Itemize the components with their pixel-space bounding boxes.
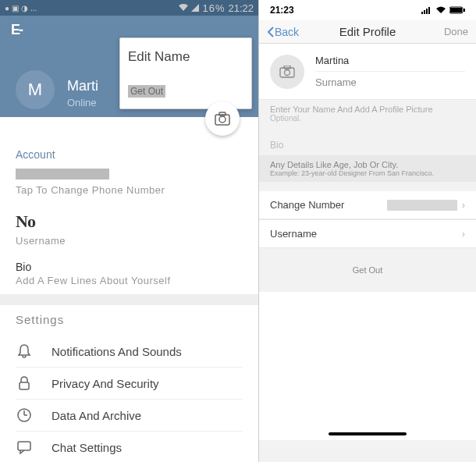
edit-name-menu-item[interactable]: Edit Name (128, 49, 243, 65)
username-row[interactable]: Username › (259, 219, 476, 248)
page-title: Edit Profile (339, 25, 396, 38)
telegram-icon: ◑ (21, 4, 28, 12)
username-label: Username (16, 235, 243, 247)
battery-icon (449, 6, 465, 14)
account-section: Account Tap To Change Phone Number No Us… (0, 117, 258, 294)
avatar[interactable]: M (16, 70, 55, 109)
wifi-icon (179, 4, 188, 12)
photo-button[interactable] (270, 55, 304, 89)
chevron-right-icon: › (462, 228, 465, 240)
chevron-right-icon: › (462, 199, 465, 211)
clock: 21:22 (228, 2, 254, 14)
name-hint: Enter Your Name And Add A Profile Pictur… (259, 100, 476, 127)
phone-number-redacted[interactable] (16, 169, 109, 179)
svg-rect-12 (464, 9, 465, 12)
settings-label: Privacy And Security (52, 377, 159, 390)
svg-rect-5 (18, 442, 30, 450)
signal-icon (421, 6, 432, 14)
clock: 21:23 (270, 5, 294, 16)
svg-rect-2 (219, 112, 226, 116)
svg-rect-6 (421, 12, 423, 14)
bell-icon (16, 343, 33, 359)
chat-icon (16, 439, 33, 455)
number-redacted (387, 200, 457, 211)
svg-rect-13 (280, 68, 294, 77)
settings-row-privacy[interactable]: Privacy And Security (16, 368, 243, 400)
ios-edit-profile-screen: 21:23 Back Edit Profile Done Martina Sur… (259, 0, 476, 462)
notification-icon: ▣ (12, 4, 19, 12)
svg-rect-7 (424, 10, 425, 14)
surname-field[interactable]: Surname (315, 72, 465, 93)
bio-hint: Add A Few Lines About Yourself (16, 275, 243, 286)
username-value[interactable]: No (16, 211, 243, 232)
logout-button[interactable]: Get Out (259, 248, 476, 292)
svg-point-1 (219, 116, 226, 123)
home-indicator[interactable] (329, 432, 407, 435)
data-icon (16, 407, 33, 423)
settings-row-data[interactable]: Data And Archive (16, 400, 243, 432)
settings-row-notifications[interactable]: Notifications And Sounds (16, 336, 243, 368)
more-icon: ... (30, 4, 37, 12)
back-button[interactable]: Back (267, 26, 299, 38)
android-settings-screen: ● ▣ ◑ ... 16% 21:22 E- M Marti Online Ed… (0, 0, 259, 462)
settings-section: Settings Notifications And Sounds Privac… (0, 305, 258, 462)
divider (0, 294, 258, 305)
bio-label[interactable]: Bio (16, 261, 243, 273)
name-editor: Martina Surname (259, 44, 476, 100)
settings-label: Notifications And Sounds (52, 345, 182, 358)
section-title: Settings (16, 313, 243, 326)
settings-row-chat[interactable]: Chat Settings (16, 432, 243, 462)
context-menu: Edit Name Get Out (119, 37, 252, 109)
presence-status: Online (67, 97, 97, 108)
phone-hint: Tap To Change Phone Number (16, 184, 243, 196)
svg-rect-15 (284, 66, 290, 69)
ios-status-bar: 21:23 (259, 0, 476, 20)
bio-label: Bio (259, 135, 476, 155)
notification-icon: ● (5, 4, 9, 12)
settings-label: Chat Settings (52, 441, 122, 454)
svg-rect-3 (20, 382, 29, 389)
wifi-icon (435, 6, 446, 14)
change-number-row[interactable]: Change Number › (259, 191, 476, 219)
camera-icon (279, 66, 295, 78)
section-title: Account (16, 148, 243, 161)
lock-icon (16, 375, 33, 391)
camera-icon (215, 112, 230, 126)
svg-point-14 (285, 69, 290, 75)
first-name-field[interactable]: Martina (315, 50, 465, 72)
bio-field[interactable]: Any Details Like Age, Job Or City. Examp… (259, 155, 476, 182)
settings-label: Data And Archive (52, 409, 141, 422)
signal-icon (191, 4, 199, 12)
battery-percentage: 16% (202, 2, 225, 14)
logout-menu-item[interactable]: Get Out (128, 85, 165, 98)
done-button[interactable]: Done (444, 26, 468, 37)
camera-fab[interactable] (205, 101, 240, 136)
profile-name: Marti (67, 78, 98, 94)
svg-rect-11 (450, 8, 462, 12)
svg-rect-8 (426, 9, 428, 14)
back-button[interactable]: E- (11, 22, 247, 38)
empty-area (259, 292, 476, 440)
svg-rect-9 (428, 7, 430, 14)
chevron-left-icon (267, 27, 275, 37)
nav-bar: Back Edit Profile Done (259, 20, 476, 44)
android-status-bar: ● ▣ ◑ ... 16% 21:22 (0, 0, 258, 16)
